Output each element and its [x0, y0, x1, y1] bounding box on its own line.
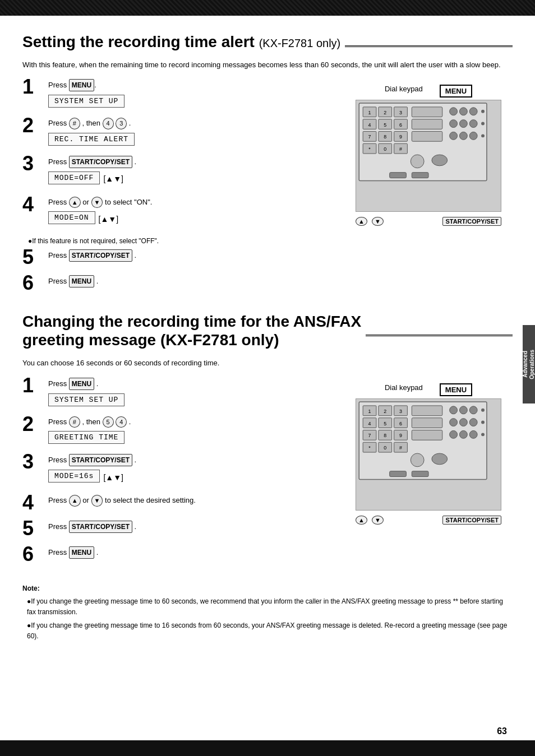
section2-intro: You can choose 16 seconds or 60 seconds …	[22, 358, 513, 369]
section1-step4: 4 Press ▲ or ▼ to select "ON". MODE=ON […	[22, 197, 333, 229]
notes-section: Note: ●If you change the greeting messag…	[22, 583, 513, 642]
svg-text:8: 8	[384, 134, 386, 140]
start-copy-set-key-s2-2: START/COPY/SET	[69, 521, 132, 533]
section2-step1: 1 Press MENU . SYSTEM SET UP	[22, 378, 333, 409]
svg-rect-26	[412, 119, 442, 129]
section1-title-wrapper: Setting the recording time alert (KX-F27…	[22, 33, 513, 56]
svg-point-72	[450, 406, 458, 414]
hash-key-1: #	[69, 118, 80, 129]
svg-point-32	[459, 120, 467, 128]
title-underline	[345, 45, 513, 47]
key-4-1: 4	[103, 118, 114, 129]
svg-point-28	[450, 108, 458, 115]
lcd-system-set-up-2: SYSTEM SET UP	[48, 393, 124, 406]
section2-title: Changing the recording time for the ANS/…	[22, 312, 361, 350]
section2-layout: 1 Press MENU . SYSTEM SET UP 2	[22, 378, 513, 573]
start-copy-set-diagram-2: START/COPY/SET	[442, 516, 501, 525]
start-copy-set-key-s2-1: START/COPY/SET	[69, 454, 132, 466]
svg-point-81	[481, 408, 485, 411]
up-arrow-diagram-2: ▲	[356, 516, 367, 525]
side-tab-text: AdvancedOperations	[522, 350, 535, 379]
section1-step2: 2 Press # , then 4 3 . REC. TIME ALERT	[22, 118, 333, 148]
menu-key-s2-2: MENU	[69, 546, 94, 559]
title-underline-2	[366, 335, 513, 336]
svg-text:0: 0	[384, 146, 386, 152]
notes-title: Note:	[22, 583, 513, 594]
section1: Setting the recording time alert (KX-F27…	[22, 33, 513, 301]
lcd-system-set-up-1: SYSTEM SET UP	[48, 95, 124, 108]
menu-box-2: MENU	[440, 383, 472, 396]
dial-keypad-label-2: Dial keypad	[385, 383, 423, 392]
svg-text:3: 3	[399, 110, 402, 115]
svg-rect-87	[412, 471, 428, 476]
section2-steps: 1 Press MENU . SYSTEM SET UP 2	[22, 378, 333, 573]
svg-point-78	[450, 430, 458, 438]
note-bullet-1: ●If you change the greeting message time…	[27, 596, 513, 618]
section1-intro: With this feature, when the remaining ti…	[22, 59, 513, 71]
svg-point-35	[459, 132, 467, 140]
svg-text:9: 9	[399, 134, 402, 140]
svg-point-75	[450, 418, 458, 426]
down-key-s2: ▼	[91, 495, 103, 507]
note-bullet-2: ●If you change the greeting message time…	[27, 620, 513, 642]
up-key-1: ▲	[69, 197, 81, 208]
menu-key-1: MENU	[69, 79, 94, 91]
bottom-decorative-bar	[0, 740, 535, 756]
menu-key-2: MENU	[69, 275, 94, 287]
svg-text:4: 4	[368, 122, 371, 128]
svg-text:2: 2	[384, 408, 386, 414]
up-arrow-diagram-1: ▲	[356, 217, 367, 226]
hash-key-2: #	[69, 416, 80, 428]
svg-text:7: 7	[368, 134, 371, 140]
svg-rect-86	[390, 471, 407, 476]
svg-text:3: 3	[399, 408, 402, 414]
section1-steps: 1 Press MENU. SYSTEM SET UP 2 Press	[22, 79, 333, 301]
up-key-s2: ▲	[69, 495, 81, 507]
svg-text:2: 2	[384, 110, 386, 115]
svg-point-37	[481, 110, 485, 113]
svg-text:1: 1	[368, 110, 371, 115]
svg-text:4: 4	[368, 420, 371, 426]
svg-text:5: 5	[384, 420, 386, 426]
section1-step1: 1 Press MENU. SYSTEM SET UP	[22, 79, 333, 110]
top-decorative-bar	[0, 0, 535, 16]
svg-text:#: #	[399, 445, 402, 451]
svg-rect-42	[390, 173, 407, 178]
side-tab: AdvancedOperations	[523, 325, 535, 403]
svg-point-36	[469, 132, 477, 140]
svg-point-39	[481, 134, 485, 137]
down-arrow-diagram-2: ▼	[372, 516, 384, 525]
lcd-greeting-time: GREETING TIME	[48, 431, 124, 444]
svg-text:#: #	[399, 146, 402, 152]
start-copy-set-key-1: START/COPY/SET	[69, 156, 132, 168]
svg-point-74	[469, 406, 477, 414]
svg-rect-71	[412, 430, 442, 440]
svg-text:1: 1	[368, 408, 371, 414]
lcd-rec-time-alert: REC. TIME ALERT	[48, 133, 135, 146]
section2-step5: 5 Press START/COPY/SET .	[22, 521, 333, 539]
svg-text:7: 7	[368, 433, 371, 438]
section2-step4: 4 Press ▲ or ▼ to select the desired set…	[22, 495, 333, 513]
start-copy-set-diagram-1: START/COPY/SET	[442, 217, 501, 226]
page-number: 63	[497, 726, 507, 736]
svg-point-40	[411, 155, 424, 168]
svg-rect-69	[412, 405, 442, 415]
section2-title-wrapper: Changing the recording time for the ANS/…	[22, 312, 513, 354]
section2-step3: 3 Press START/COPY/SET . MODE=16s [▲▼]	[22, 454, 333, 487]
section1-step6: 6 Press MENU .	[22, 275, 333, 293]
section1-diagram: Dial keypad MENU 1 2 3	[344, 79, 513, 301]
section2-diagram: Dial keypad MENU 1 2 3 4 5	[344, 378, 513, 573]
section2-step2: 2 Press # , then 5 4 . GREETING TIME	[22, 416, 333, 447]
svg-rect-43	[412, 173, 428, 178]
svg-point-84	[411, 453, 424, 467]
svg-point-77	[469, 418, 477, 426]
svg-rect-70	[412, 418, 442, 428]
svg-point-31	[450, 120, 458, 128]
svg-text:5: 5	[384, 122, 386, 128]
section1-step5: 5 Press START/COPY/SET .	[22, 249, 333, 267]
section2-step6: 6 Press MENU .	[22, 546, 333, 564]
svg-point-33	[469, 120, 477, 128]
svg-text:8: 8	[384, 433, 386, 438]
svg-text:0: 0	[384, 445, 386, 451]
svg-point-38	[481, 122, 485, 126]
